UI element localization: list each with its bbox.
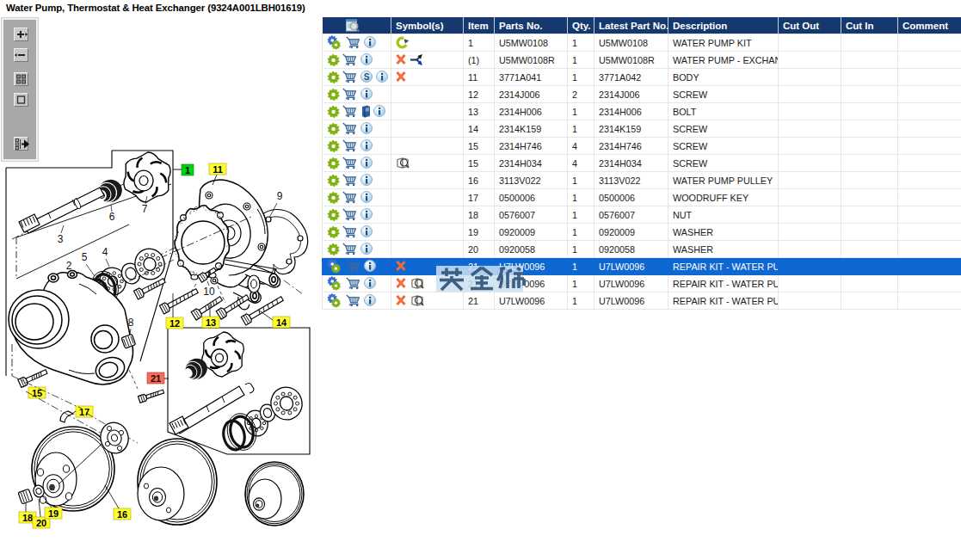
svg-text:10: 10 [203, 286, 215, 298]
svg-text:12: 12 [169, 318, 180, 329]
svg-text:1: 1 [185, 165, 190, 175]
svg-text:5: 5 [82, 251, 88, 263]
svg-text:13: 13 [206, 317, 216, 328]
svg-text:3: 3 [58, 233, 64, 245]
svg-text:7: 7 [142, 203, 148, 215]
svg-text:8: 8 [128, 317, 134, 329]
svg-text:19: 19 [48, 508, 59, 519]
svg-text:6: 6 [109, 211, 115, 223]
svg-text:21: 21 [151, 373, 161, 384]
svg-text:14: 14 [276, 317, 287, 328]
svg-text:9: 9 [277, 190, 283, 202]
svg-text:16: 16 [117, 509, 127, 520]
svg-text:11: 11 [213, 164, 223, 175]
svg-text:4: 4 [102, 246, 108, 258]
svg-text:18: 18 [22, 513, 33, 523]
